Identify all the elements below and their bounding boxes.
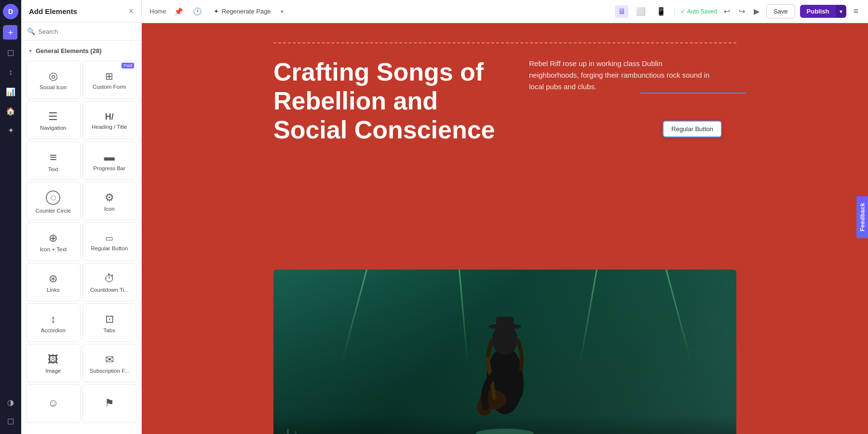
element-label: Counter Circle (36, 208, 71, 214)
extra2-icon: ⚑ (105, 398, 114, 408)
hero-description: Rebel Riff rose up in working class Dubl… (529, 58, 712, 93)
pin-button[interactable]: 📌 (172, 5, 185, 18)
progress-bar-icon: ▬ (104, 152, 115, 163)
redo-button[interactable]: ↪ (737, 5, 747, 18)
page-content: Crafting Songs of Rebellion and Social C… (273, 42, 736, 434)
element-social-icon[interactable]: ◎ Social Icon (26, 60, 81, 99)
navigation-icon: ☰ (48, 111, 58, 122)
heading-icon: H/ (105, 112, 114, 121)
element-label: Links (47, 287, 60, 293)
element-label: Icon + Text (40, 246, 67, 252)
sidebar-icon-components[interactable]: ☐ (2, 44, 19, 62)
canvas-area: Crafting Songs of Rebellion and Social C… (142, 23, 868, 434)
element-text[interactable]: ≡ Text (26, 141, 81, 180)
regenerate-icon: ✦ (214, 8, 219, 15)
device-tablet-button[interactable]: ⬜ (633, 5, 649, 18)
undo-button[interactable]: ↩ (722, 5, 732, 18)
regular-button-tooltip[interactable]: Regular Button (663, 121, 722, 137)
search-input[interactable] (38, 28, 136, 35)
element-extra2[interactable]: ⚑ (82, 384, 137, 423)
left-sidebar: D + ☐ ↕ 📊 🏠 ✦ ◑ ☐ (0, 0, 21, 434)
custom-form-icon: ⊞ (105, 71, 113, 81)
accordion-icon: ↕ (51, 314, 56, 325)
save-button[interactable]: Save (766, 4, 795, 18)
element-label: Regular Button (91, 245, 128, 251)
element-label: Text (48, 166, 58, 172)
publish-dropdown-button[interactable]: ▾ (836, 5, 846, 18)
hero-top-row: Crafting Songs of Rebellion and Social C… (273, 58, 736, 154)
image-icon: 🖼 (48, 354, 58, 365)
search-icon: 🔍 (27, 27, 35, 35)
element-regular-button[interactable]: ▭ Regular Button (82, 222, 137, 261)
counter-circle-icon: ◯ (46, 190, 60, 205)
device-mobile-button[interactable]: 📱 (653, 5, 669, 18)
sidebar-icon-analytics[interactable]: 📊 (2, 83, 19, 100)
elements-grid: ◎ Social Icon Paid ⊞ Custom Form ☰ Navig… (21, 58, 141, 425)
main-area: Home 📌 🕐 ✦ Regenerate Page ▾ 🖥 ⬜ 📱 | ✓ A… (142, 0, 868, 434)
add-elements-button[interactable]: + (3, 25, 18, 41)
element-image[interactable]: 🖼 Image (26, 344, 81, 382)
sidebar-icon-help[interactable]: ☐ (2, 413, 19, 430)
panel-header: Add Elements × (21, 0, 141, 23)
element-links[interactable]: ⊛ Links (26, 263, 81, 301)
svg-point-7 (476, 429, 534, 434)
text-icon: ≡ (50, 151, 57, 163)
autosave-text: Auto Saved (687, 8, 717, 15)
guitarist-silhouette (461, 284, 548, 434)
section-arrow: ▼ (28, 48, 33, 54)
subscription-form-icon: ✉ (105, 354, 114, 365)
element-counter-circle[interactable]: ◯ Counter Circle (26, 182, 81, 220)
elements-body: ▼ General Elements (28) ◎ Social Icon Pa… (21, 41, 141, 434)
element-subscription-form[interactable]: ✉ Subscription F... (82, 344, 137, 382)
top-bar: Home 📌 🕐 ✦ Regenerate Page ▾ 🖥 ⬜ 📱 | ✓ A… (142, 0, 868, 23)
regular-button-icon: ▭ (105, 234, 113, 243)
feedback-tab[interactable]: Feedback (856, 196, 868, 238)
regenerate-button[interactable]: ✦ Regenerate Page (210, 6, 275, 17)
panel-title: Add Elements (29, 7, 77, 15)
sidebar-icon-settings[interactable]: ◑ (2, 393, 19, 411)
section-label: General Elements (28) (36, 47, 102, 54)
home-link[interactable]: Home (149, 8, 166, 15)
element-label: Social Icon (40, 84, 67, 90)
device-desktop-button[interactable]: 🖥 (615, 5, 628, 18)
autosave-check: ✓ (680, 8, 685, 15)
publish-button-group: Publish ▾ (800, 5, 847, 18)
autosave-status: ✓ Auto Saved (680, 8, 717, 15)
element-countdown-timer[interactable]: ⏱ Countdown Ti... (82, 263, 137, 301)
blue-underline-indicator (640, 93, 746, 94)
element-icon-text[interactable]: ⊕ Icon + Text (26, 222, 81, 261)
hero-heading: Crafting Songs of Rebellion and Social C… (273, 58, 505, 144)
social-icon-icon: ◎ (49, 71, 58, 81)
section-header-general[interactable]: ▼ General Elements (28) (21, 44, 141, 58)
menu-button[interactable]: ≡ (851, 4, 860, 18)
element-label: Subscription F... (90, 368, 129, 374)
countdown-icon: ⏱ (104, 273, 115, 284)
element-navigation[interactable]: ☰ Navigation (26, 101, 81, 139)
elements-panel: Add Elements × 🔍 ▼ General Elements (28)… (21, 0, 142, 434)
canvas-page: Crafting Songs of Rebellion and Social C… (142, 23, 868, 434)
icon-text-icon: ⊕ (49, 233, 57, 244)
hero-concert-image (273, 270, 736, 434)
element-icon[interactable]: ⚙ Icon (82, 182, 137, 220)
element-label: Image (45, 368, 61, 374)
preview-button[interactable]: ▶ (752, 5, 761, 18)
tabs-icon: ⊡ (105, 314, 114, 325)
hero-right-column: Rebel Riff rose up in working class Dubl… (529, 58, 736, 154)
element-custom-form[interactable]: Paid ⊞ Custom Form (82, 60, 137, 99)
element-extra1[interactable]: ☺ (26, 384, 81, 423)
regenerate-dropdown-icon[interactable]: ▾ (281, 8, 284, 15)
element-label: Countdown Ti... (90, 287, 129, 293)
close-panel-button[interactable]: × (128, 7, 134, 15)
history-button[interactable]: 🕐 (191, 5, 204, 18)
publish-button[interactable]: Publish (800, 5, 836, 18)
sidebar-icon-home[interactable]: 🏠 (2, 102, 19, 120)
element-accordion[interactable]: ↕ Accordion (26, 303, 81, 342)
links-icon: ⊛ (49, 273, 57, 284)
sidebar-icon-ai[interactable]: ✦ (2, 122, 19, 139)
element-progress-bar[interactable]: ▬ Progress Bar (82, 141, 137, 180)
element-heading-title[interactable]: H/ Heading / Title (82, 101, 137, 139)
element-label: Progress Bar (93, 165, 125, 171)
element-tabs[interactable]: ⊡ Tabs (82, 303, 137, 342)
sidebar-icon-layers[interactable]: ↕ (2, 64, 19, 81)
app-logo[interactable]: D (3, 4, 18, 19)
